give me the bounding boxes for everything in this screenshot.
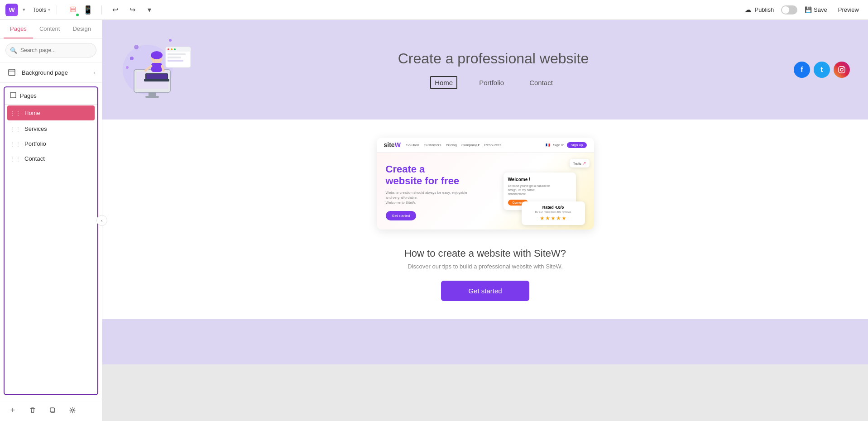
preview-signup: Sign up (567, 142, 586, 148)
preview-nav-resources: Resources (484, 143, 501, 147)
hero-nav-contact[interactable]: Contact (526, 77, 556, 88)
drag-icon-home: ⋮⋮ (10, 110, 21, 116)
how-to-title: How to create a website with SiteW? (404, 248, 566, 259)
svg-rect-25 (168, 53, 186, 55)
preview-rating-card: Rated 4.8/5 By our more than 800 reviews… (522, 201, 585, 225)
preview-hero-text: Create a website for free Website creati… (386, 163, 496, 220)
publish-button[interactable]: ☁ Publish (741, 4, 777, 16)
bg-page-left: Background page (6, 67, 68, 78)
publish-toggle[interactable] (781, 5, 797, 14)
separator2 (101, 5, 102, 14)
topbar-right: ☁ Publish 💾 Save Preview (741, 4, 863, 16)
background-page-item[interactable]: Background page › (0, 62, 102, 83)
preview-button[interactable]: Preview (834, 5, 863, 15)
background-page-icon (6, 67, 17, 78)
delete-page-button[interactable] (26, 404, 39, 416)
page-item-home[interactable]: ⋮⋮ Home (7, 105, 95, 120)
svg-rect-0 (9, 69, 15, 76)
tab-pages[interactable]: Pages (4, 20, 33, 38)
page-item-contact[interactable]: ⋮⋮ Contact (5, 151, 97, 166)
page-settings-button[interactable] (66, 404, 79, 416)
svg-point-22 (168, 48, 169, 50)
preview-card: siteW Solution Customers Pricing Company… (377, 138, 594, 230)
desktop-device-button[interactable]: 🖥 (65, 3, 80, 17)
preview-hero-sub: Website creation should always be easy, … (386, 190, 496, 206)
pages-section-icon (10, 92, 16, 100)
page-label-contact: Contact (24, 155, 45, 162)
svg-rect-14 (151, 63, 162, 72)
pages-section: Pages ⋮⋮ Home ⋮⋮ Services ⋮⋮ Portfolio ⋮… (4, 86, 98, 395)
canvas: Create a professional website Home Portf… (102, 20, 868, 421)
page-label-portfolio: Portfolio (24, 140, 46, 147)
preview-welcome-title: Welcome ! (508, 177, 571, 182)
search-input[interactable] (5, 43, 96, 57)
save-button[interactable]: 💾 Save (801, 5, 831, 15)
svg-point-28 (130, 57, 134, 60)
hero-social: f t (794, 62, 850, 78)
more-options-button[interactable]: ▾ (143, 3, 156, 17)
hero-nav-portfolio[interactable]: Portfolio (475, 77, 508, 88)
search-wrap: 🔍 (5, 43, 96, 57)
social-twitter-button[interactable]: t (814, 62, 830, 78)
svg-rect-10 (149, 92, 156, 96)
redo-button[interactable]: ↪ (125, 3, 139, 17)
preview-signin: Sign In (553, 143, 564, 147)
preview-nav-company: Company ▾ (461, 143, 480, 147)
logo-chevron-icon[interactable]: ▾ (23, 7, 25, 13)
svg-point-31 (169, 39, 172, 42)
preview-rating-sub: By our more than 800 reviews (526, 210, 580, 213)
social-facebook-button[interactable]: f (794, 62, 810, 78)
svg-line-16 (162, 66, 163, 71)
preview-nav-solution: Solution (406, 143, 419, 147)
hero-nav-home[interactable]: Home (430, 76, 457, 89)
undo-button[interactable]: ↩ (108, 3, 122, 17)
tab-design[interactable]: Design (66, 20, 97, 38)
tab-content[interactable]: Content (33, 20, 67, 38)
sidebar-collapse-handle[interactable]: ‹ (96, 215, 107, 226)
preview-nav-customers: Customers (424, 143, 441, 147)
page-label-home: Home (24, 110, 40, 116)
tools-chevron-icon: ▾ (48, 7, 50, 12)
tools-menu[interactable]: Tools ▾ (33, 6, 50, 13)
publish-icon: ☁ (744, 5, 752, 14)
svg-rect-21 (166, 47, 191, 52)
preview-navbar: siteW Solution Customers Pricing Company… (377, 138, 594, 153)
preview-hero-heading: Create a website for free (386, 163, 496, 187)
preview-hero-h1-rest: for free (425, 175, 459, 187)
preview-hero-h1-website: website (386, 175, 422, 187)
mobile-device-button[interactable]: 📱 (81, 3, 95, 17)
svg-point-29 (126, 66, 129, 69)
social-instagram-button[interactable] (834, 62, 850, 78)
svg-rect-2 (10, 92, 16, 98)
separator (57, 5, 57, 14)
svg-rect-4 (50, 408, 54, 412)
bg-page-chevron-icon: › (94, 69, 96, 76)
svg-rect-26 (168, 57, 181, 58)
how-to-sub: Discover our tips to build a professiona… (408, 263, 563, 270)
svg-rect-19 (146, 74, 167, 79)
hero-nav: Home Portfolio Contact (193, 76, 794, 89)
svg-point-24 (174, 48, 176, 50)
bottom-section (102, 319, 868, 364)
preview-nav-right: 🇫🇷 Sign In Sign up (546, 142, 586, 148)
svg-point-13 (151, 51, 163, 59)
add-page-button[interactable]: + (6, 404, 19, 416)
get-started-button[interactable]: Get started (441, 281, 529, 301)
page-item-portfolio[interactable]: ⋮⋮ Portfolio (5, 136, 97, 151)
main-layout: Pages Content Design 🔍 (0, 20, 868, 421)
page-label-services: Services (24, 125, 47, 132)
save-icon: 💾 (805, 6, 812, 13)
preview-cta-button[interactable]: Get started (386, 211, 417, 220)
pages-section-header: Pages (5, 87, 97, 105)
toggle-knob (782, 6, 789, 14)
preview-stars: ★★★★★ (526, 215, 580, 221)
app-logo[interactable]: W (5, 4, 18, 16)
svg-point-33 (840, 68, 843, 71)
svg-point-23 (171, 48, 173, 50)
background-page-label: Background page (22, 69, 68, 76)
search-icon: 🔍 (10, 47, 17, 54)
duplicate-page-button[interactable] (46, 404, 59, 416)
content-section: siteW Solution Customers Pricing Company… (102, 120, 868, 319)
preview-traffic-badge: Traffic ↗ (570, 159, 590, 167)
page-item-services[interactable]: ⋮⋮ Services (5, 121, 97, 136)
